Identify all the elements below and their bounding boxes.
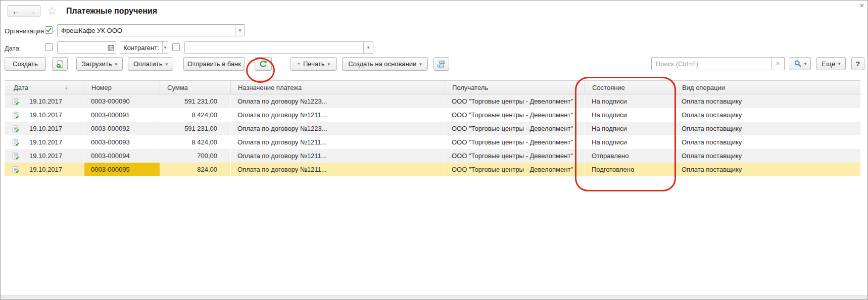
column-header-date[interactable]: Дата↓: [5, 81, 84, 94]
cell-number[interactable]: 0003-000092: [84, 122, 160, 135]
counterparty-input[interactable]: [185, 42, 363, 53]
cell-amount[interactable]: 700,00: [160, 149, 231, 163]
printer-icon: [298, 60, 300, 68]
search-settings-button[interactable]: ▾: [790, 57, 811, 70]
back-button[interactable]: ←: [8, 5, 24, 17]
cell-number[interactable]: 0003-000095: [84, 163, 160, 176]
forward-button[interactable]: →: [24, 5, 40, 17]
column-header-state[interactable]: Состояние: [585, 81, 675, 94]
search-icon: [794, 60, 801, 67]
column-header-payee[interactable]: Получатель: [445, 81, 585, 94]
cell-number[interactable]: 0003-000091: [84, 108, 160, 122]
table-row[interactable]: 19.10.2017 0003-000092 591 231,00 Оплата…: [5, 122, 860, 135]
cell-date[interactable]: 19.10.2017: [20, 163, 84, 176]
chevron-down-icon: ▾: [838, 61, 841, 66]
favorite-star-icon[interactable]: ☆: [47, 5, 57, 17]
date-input[interactable]: [58, 42, 106, 53]
column-header-number[interactable]: Номер: [84, 81, 160, 94]
cell-purpose[interactable]: Оплата по договору №1211...: [231, 163, 445, 176]
chevron-down-icon: ▾: [804, 61, 807, 66]
cell-operation[interactable]: Оплата поставщику: [675, 163, 860, 176]
create-button[interactable]: Создать: [5, 57, 46, 71]
cell-state[interactable]: На подписи: [585, 122, 675, 135]
cell-number[interactable]: 0003-000093: [84, 135, 160, 149]
cell-operation[interactable]: Оплата поставщику: [675, 149, 860, 163]
cell-amount[interactable]: 8 424,00: [160, 108, 231, 122]
counterparty-dropdown-button[interactable]: ▾: [363, 42, 373, 53]
cell-purpose[interactable]: Оплата по договору №1211...: [231, 135, 445, 149]
table-row[interactable]: 19.10.2017 0003-000095 824,00 Оплата по …: [5, 163, 860, 176]
organization-checkbox[interactable]: [45, 26, 53, 34]
column-header-amount[interactable]: Сумма: [160, 81, 231, 94]
cell-payee[interactable]: ООО "Торговые центры - Девелопмент": [445, 108, 585, 122]
cell-date[interactable]: 19.10.2017: [20, 108, 84, 122]
cell-operation[interactable]: Оплата поставщику: [675, 94, 860, 108]
cell-payee[interactable]: ООО "Торговые центры - Девелопмент": [445, 149, 585, 163]
search-input[interactable]: [651, 57, 771, 70]
document-status-icon: [5, 122, 20, 135]
cell-operation[interactable]: Оплата поставщику: [675, 122, 860, 135]
column-header-operation[interactable]: Вид операции: [675, 81, 860, 94]
document-status-icon: [5, 108, 20, 122]
organization-dropdown-button[interactable]: ▾: [235, 25, 245, 36]
cell-payee[interactable]: ООО "Торговые центры - Девелопмент": [445, 94, 585, 108]
counterparty-mode-dropdown[interactable]: ▾: [162, 42, 168, 53]
table-row[interactable]: 19.10.2017 0003-000091 8 424,00 Оплата п…: [5, 108, 860, 122]
document-status-icon: [5, 163, 20, 176]
table-row[interactable]: 19.10.2017 0003-000094 700,00 Оплата по …: [5, 149, 860, 163]
cell-purpose[interactable]: Оплата по договору №1211...: [231, 108, 445, 122]
cell-amount[interactable]: 824,00: [160, 163, 231, 176]
window-bottom-edge: [1, 295, 867, 299]
counterparty-combo: ▾: [184, 41, 373, 54]
send-to-bank-button[interactable]: Отправить в банк: [183, 57, 245, 71]
document-status-icon: [5, 149, 20, 163]
cell-date[interactable]: 19.10.2017: [20, 122, 84, 135]
help-icon: ?: [856, 60, 860, 68]
print-button[interactable]: Печать▾: [291, 57, 337, 71]
cell-state[interactable]: На подписи: [585, 135, 675, 149]
table-row[interactable]: 19.10.2017 0003-000093 8 424,00 Оплата п…: [5, 135, 860, 149]
cell-date[interactable]: 19.10.2017: [20, 149, 84, 163]
cell-purpose[interactable]: Оплата по договору №1223...: [231, 94, 445, 108]
cell-number[interactable]: 0003-000094: [84, 149, 160, 163]
cell-state[interactable]: Отправлено: [585, 149, 675, 163]
cell-payee[interactable]: ООО "Торговые центры - Девелопмент": [445, 163, 585, 176]
cell-operation[interactable]: Оплата поставщику: [675, 135, 860, 149]
related-documents-button[interactable]: [433, 57, 449, 71]
table-row[interactable]: 19.10.2017 0003-000090 591 231,00 Оплата…: [5, 94, 860, 108]
cell-amount[interactable]: 591 231,00: [160, 94, 231, 108]
search-clear-button[interactable]: ×: [771, 57, 785, 70]
cell-operation[interactable]: Оплата поставщику: [675, 108, 860, 122]
help-button[interactable]: ?: [851, 57, 864, 70]
cell-number[interactable]: 0003-000090: [84, 94, 160, 108]
create-document-button[interactable]: [52, 57, 68, 71]
column-header-purpose[interactable]: Назначение платежа: [231, 81, 445, 94]
calendar-icon[interactable]: [106, 42, 116, 53]
cell-payee[interactable]: ООО "Торговые центры - Девелопмент": [445, 122, 585, 135]
organization-input[interactable]: [58, 25, 235, 36]
cell-state[interactable]: На подписи: [585, 108, 675, 122]
cell-purpose[interactable]: Оплата по договору №1211...: [231, 149, 445, 163]
cell-state[interactable]: Подготовлено: [585, 163, 675, 176]
cell-amount[interactable]: 591 231,00: [160, 122, 231, 135]
cell-date[interactable]: 19.10.2017: [20, 135, 84, 149]
load-button[interactable]: Загрузить▾: [76, 57, 123, 71]
create-based-on-button[interactable]: Создать на основании▾: [342, 57, 428, 71]
cell-payee[interactable]: ООО "Торговые центры - Девелопмент": [445, 135, 585, 149]
refresh-button[interactable]: [255, 57, 272, 71]
table-header: Дата↓ Номер Сумма Назначение платежа Пол…: [5, 80, 860, 94]
pay-button[interactable]: Оплатить▾: [128, 57, 173, 71]
more-button[interactable]: Еще▾: [816, 57, 846, 70]
cell-amount[interactable]: 8 424,00: [160, 135, 231, 149]
cell-purpose[interactable]: Оплата по договору №1223...: [231, 122, 445, 135]
cell-date[interactable]: 19.10.2017: [20, 94, 84, 108]
page-title: Платежные поручения: [66, 7, 157, 16]
organization-combo: ▾: [57, 24, 245, 36]
cell-state[interactable]: На подписи: [585, 94, 675, 108]
counterparty-checkbox[interactable]: [172, 43, 180, 51]
date-checkbox[interactable]: [45, 43, 53, 51]
documents-table: Дата↓ Номер Сумма Назначение платежа Пол…: [5, 80, 860, 176]
close-icon[interactable]: ×: [860, 2, 864, 9]
date-field: [57, 41, 116, 54]
chevron-down-icon: ▾: [166, 62, 168, 67]
